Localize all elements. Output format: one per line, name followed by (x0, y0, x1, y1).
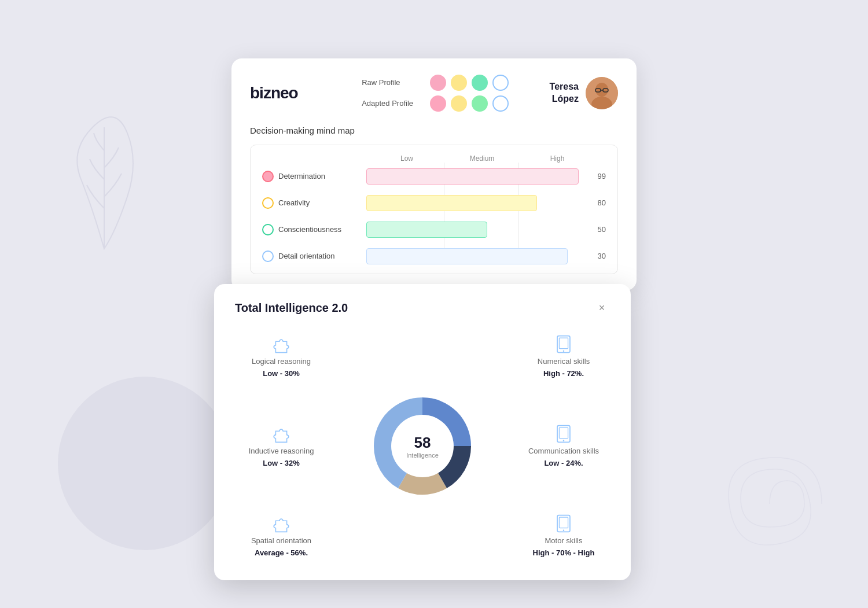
value-detail: 30 (587, 252, 606, 260)
value-conscientiousness: 50 (587, 225, 606, 234)
avatar-image (586, 77, 618, 109)
svg-point-15 (563, 529, 565, 531)
label-conscientiousness: Conscientiousness (262, 224, 366, 235)
communication-label: Communication skills (528, 447, 599, 455)
bar-area-determination (366, 168, 583, 185)
skill-motor: Motor skills High - 70% - High (517, 510, 610, 562)
donut-chart: 58 Intelligence (365, 388, 480, 504)
col-high: High (520, 154, 595, 163)
intel-bottom-row: Spatial orientation Average - 56%. Motor… (235, 510, 610, 562)
skill-inductive: Inductive reasoning Low - 32% (235, 420, 328, 472)
tablet-icon-motor (556, 514, 571, 533)
svg-rect-11 (559, 428, 568, 439)
adapted-dot-3 (472, 95, 488, 112)
svg-point-1 (595, 83, 608, 97)
tablet-icon-numerical (556, 335, 571, 353)
svg-rect-14 (559, 517, 568, 528)
raw-profile-row: Raw Profile (362, 75, 509, 91)
raw-dot-3 (472, 75, 488, 91)
puzzle-icon-spatial (272, 514, 290, 533)
bar-creativity (366, 195, 537, 211)
adapted-profile-row: Adapted Profile (362, 95, 509, 112)
close-button[interactable]: × (594, 300, 610, 316)
logical-label: Logical reasoning (252, 357, 311, 366)
col-medium: Medium (444, 154, 520, 163)
inductive-label: Inductive reasoning (249, 447, 314, 455)
motor-value: High - 70% - High (533, 548, 595, 557)
raw-dot-4 (492, 75, 509, 91)
label-determination: Determination (262, 171, 366, 182)
bar-area-conscientiousness (366, 222, 583, 238)
skill-spatial: Spatial orientation Average - 56%. (235, 510, 328, 562)
bar-area-creativity (366, 195, 583, 211)
intelligence-title: Total Intelligence 2.0 (235, 301, 348, 315)
intel-middle-row: Inductive reasoning Low - 32% (235, 388, 610, 504)
dot-conscientiousness (262, 224, 274, 235)
bg-circle (58, 377, 231, 550)
svg-rect-7 (559, 338, 568, 349)
bar-area-detail (366, 248, 583, 264)
bar-conscientiousness (366, 222, 487, 238)
tablet-icon-communication (556, 425, 571, 443)
bar-determination (366, 168, 579, 185)
chart-header: Low Medium High (369, 154, 606, 163)
dot-detail (262, 250, 274, 262)
svg-point-8 (563, 350, 565, 352)
brand-logo: bizneo (250, 84, 298, 102)
profile-circles: Raw Profile Adapted Profile (362, 75, 509, 112)
logical-value: Low - 30% (263, 369, 300, 378)
communication-value: Low - 24%. (544, 459, 583, 467)
adapted-profile-label: Adapted Profile (362, 99, 425, 108)
svg-point-12 (563, 440, 565, 441)
raw-profile-label: Raw Profile (362, 78, 425, 87)
skill-communication: Communication skills Low - 24%. (517, 420, 610, 472)
chart-container: Low Medium High Determination 99 (250, 145, 618, 274)
raw-dot-2 (451, 75, 467, 91)
user-info: Teresa López (550, 77, 618, 109)
numerical-value: High - 72%. (543, 369, 584, 378)
value-determination: 99 (587, 172, 606, 180)
skill-numerical: Numerical skills High - 72%. (517, 330, 610, 382)
scene-container: bizneo Raw Profile Adapted Profile (214, 58, 654, 550)
spatial-value: Average - 56%. (255, 548, 308, 557)
chart-row-conscientiousness: Conscientiousness 50 (262, 222, 606, 238)
mind-map-title: Decision-making mind map (250, 126, 618, 135)
chart-row-detail: Detail orientation 30 (262, 248, 606, 264)
leaf-icon (46, 93, 162, 255)
dot-creativity (262, 197, 274, 209)
spatial-label: Spatial orientation (251, 536, 311, 545)
chart-row-determination: Determination 99 (262, 168, 606, 185)
dot-determination (262, 171, 274, 182)
profile-header: bizneo Raw Profile Adapted Profile (250, 75, 618, 112)
chart-row-creativity: Creativity 80 (262, 195, 606, 211)
adapted-dot-2 (451, 95, 467, 112)
donut-center: 58 Intelligence (406, 433, 439, 458)
user-name: Teresa López (550, 81, 579, 105)
adapted-dot-1 (430, 95, 446, 112)
intelligence-header: Total Intelligence 2.0 × (235, 300, 610, 316)
intelligence-card: Total Intelligence 2.0 × Logical reasoni… (214, 284, 631, 580)
intel-top-row: Logical reasoning Low - 30% Numerical sk… (235, 330, 610, 382)
puzzle-icon-inductive (272, 425, 290, 443)
numerical-label: Numerical skills (538, 357, 590, 366)
label-creativity: Creativity (262, 197, 366, 209)
intelligence-score: 58 (406, 433, 439, 451)
profile-card: bizneo Raw Profile Adapted Profile (231, 58, 637, 290)
intelligence-label: Intelligence (406, 451, 439, 458)
puzzle-icon-logical (272, 335, 290, 353)
spiral-icon (706, 446, 833, 562)
motor-label: Motor skills (545, 536, 582, 545)
avatar (586, 77, 618, 109)
bar-detail (366, 248, 568, 264)
raw-dot-1 (430, 75, 446, 91)
skill-logical: Logical reasoning Low - 30% (235, 330, 328, 382)
adapted-dot-4 (492, 95, 509, 112)
label-detail: Detail orientation (262, 250, 366, 262)
value-creativity: 80 (587, 198, 606, 207)
inductive-value: Low - 32% (263, 459, 300, 467)
col-low: Low (369, 154, 444, 163)
